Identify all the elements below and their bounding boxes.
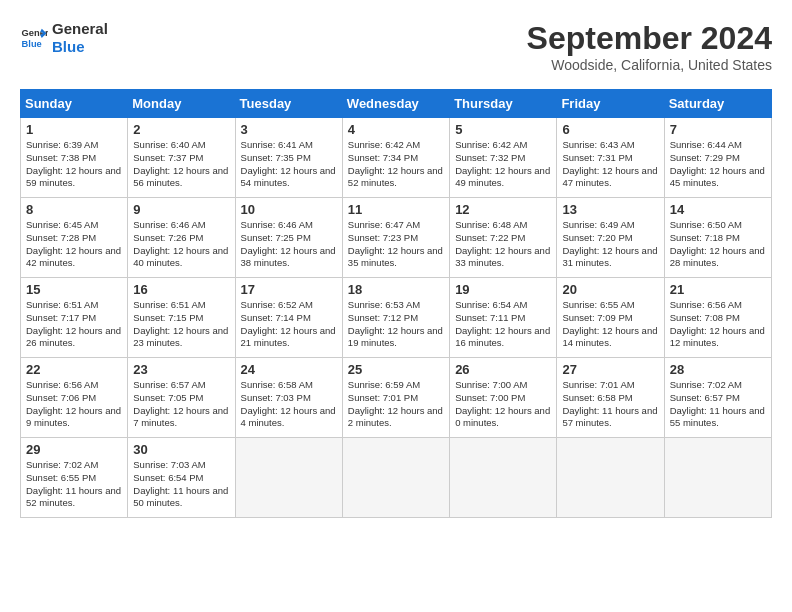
table-row: 26 Sunrise: 7:00 AMSunset: 7:00 PMDaylig… (450, 358, 557, 438)
table-row: 3 Sunrise: 6:41 AMSunset: 7:35 PMDayligh… (235, 118, 342, 198)
title-block: September 2024 Woodside, California, Uni… (527, 20, 772, 73)
table-row: 18 Sunrise: 6:53 AMSunset: 7:12 PMDaylig… (342, 278, 449, 358)
table-row: 21 Sunrise: 6:56 AMSunset: 7:08 PMDaylig… (664, 278, 771, 358)
table-row (557, 438, 664, 518)
table-row: 2 Sunrise: 6:40 AMSunset: 7:37 PMDayligh… (128, 118, 235, 198)
table-row: 30 Sunrise: 7:03 AMSunset: 6:54 PMDaylig… (128, 438, 235, 518)
table-row: 9 Sunrise: 6:46 AMSunset: 7:26 PMDayligh… (128, 198, 235, 278)
svg-text:Blue: Blue (22, 39, 42, 49)
location: Woodside, California, United States (527, 57, 772, 73)
table-row: 19 Sunrise: 6:54 AMSunset: 7:11 PMDaylig… (450, 278, 557, 358)
col-sunday: Sunday (21, 90, 128, 118)
table-row: 27 Sunrise: 7:01 AMSunset: 6:58 PMDaylig… (557, 358, 664, 438)
table-row: 13 Sunrise: 6:49 AMSunset: 7:20 PMDaylig… (557, 198, 664, 278)
logo-line2: Blue (52, 38, 108, 56)
logo-icon: General Blue (20, 24, 48, 52)
table-row: 6 Sunrise: 6:43 AMSunset: 7:31 PMDayligh… (557, 118, 664, 198)
table-row (342, 438, 449, 518)
table-row: 14 Sunrise: 6:50 AMSunset: 7:18 PMDaylig… (664, 198, 771, 278)
col-wednesday: Wednesday (342, 90, 449, 118)
table-row: 24 Sunrise: 6:58 AMSunset: 7:03 PMDaylig… (235, 358, 342, 438)
calendar-week-0: 1 Sunrise: 6:39 AMSunset: 7:38 PMDayligh… (21, 118, 772, 198)
month-title: September 2024 (527, 20, 772, 57)
logo: General Blue General Blue (20, 20, 108, 56)
table-row: 29 Sunrise: 7:02 AMSunset: 6:55 PMDaylig… (21, 438, 128, 518)
table-row: 25 Sunrise: 6:59 AMSunset: 7:01 PMDaylig… (342, 358, 449, 438)
table-row (235, 438, 342, 518)
calendar-week-4: 29 Sunrise: 7:02 AMSunset: 6:55 PMDaylig… (21, 438, 772, 518)
table-row: 12 Sunrise: 6:48 AMSunset: 7:22 PMDaylig… (450, 198, 557, 278)
calendar-header-row: Sunday Monday Tuesday Wednesday Thursday… (21, 90, 772, 118)
table-row: 8 Sunrise: 6:45 AMSunset: 7:28 PMDayligh… (21, 198, 128, 278)
col-tuesday: Tuesday (235, 90, 342, 118)
calendar-week-2: 15 Sunrise: 6:51 AMSunset: 7:17 PMDaylig… (21, 278, 772, 358)
table-row: 7 Sunrise: 6:44 AMSunset: 7:29 PMDayligh… (664, 118, 771, 198)
col-friday: Friday (557, 90, 664, 118)
calendar-table: Sunday Monday Tuesday Wednesday Thursday… (20, 89, 772, 518)
table-row: 11 Sunrise: 6:47 AMSunset: 7:23 PMDaylig… (342, 198, 449, 278)
logo-line1: General (52, 20, 108, 38)
table-row: 28 Sunrise: 7:02 AMSunset: 6:57 PMDaylig… (664, 358, 771, 438)
col-thursday: Thursday (450, 90, 557, 118)
table-row (450, 438, 557, 518)
table-row: 16 Sunrise: 6:51 AMSunset: 7:15 PMDaylig… (128, 278, 235, 358)
table-row: 10 Sunrise: 6:46 AMSunset: 7:25 PMDaylig… (235, 198, 342, 278)
table-row: 5 Sunrise: 6:42 AMSunset: 7:32 PMDayligh… (450, 118, 557, 198)
table-row: 4 Sunrise: 6:42 AMSunset: 7:34 PMDayligh… (342, 118, 449, 198)
col-monday: Monday (128, 90, 235, 118)
col-saturday: Saturday (664, 90, 771, 118)
page-header: General Blue General Blue September 2024… (20, 20, 772, 73)
table-row (664, 438, 771, 518)
table-row: 17 Sunrise: 6:52 AMSunset: 7:14 PMDaylig… (235, 278, 342, 358)
table-row: 15 Sunrise: 6:51 AMSunset: 7:17 PMDaylig… (21, 278, 128, 358)
calendar-week-1: 8 Sunrise: 6:45 AMSunset: 7:28 PMDayligh… (21, 198, 772, 278)
table-row: 23 Sunrise: 6:57 AMSunset: 7:05 PMDaylig… (128, 358, 235, 438)
table-row: 1 Sunrise: 6:39 AMSunset: 7:38 PMDayligh… (21, 118, 128, 198)
calendar-week-3: 22 Sunrise: 6:56 AMSunset: 7:06 PMDaylig… (21, 358, 772, 438)
table-row: 22 Sunrise: 6:56 AMSunset: 7:06 PMDaylig… (21, 358, 128, 438)
table-row: 20 Sunrise: 6:55 AMSunset: 7:09 PMDaylig… (557, 278, 664, 358)
